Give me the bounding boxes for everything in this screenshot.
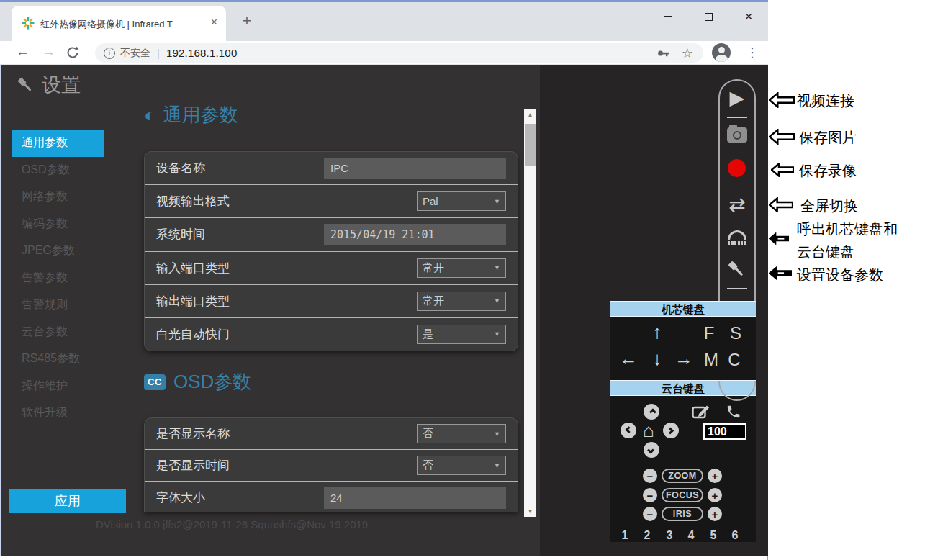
browser-profile-avatar[interactable] [712, 43, 731, 62]
annotation-fullscreen: 全屏切换 [800, 197, 858, 216]
browser-menu-icon[interactable]: ⋮ [746, 45, 759, 60]
preset-key-3[interactable]: 3 [664, 529, 675, 542]
toolbar-bottom-arc [718, 381, 756, 403]
toolbar-divider [727, 288, 747, 289]
preset-number-input[interactable] [703, 423, 746, 440]
preset-key-1[interactable]: 1 [619, 529, 631, 542]
tab-close-icon[interactable]: × [211, 16, 217, 29]
scroll-up-button[interactable]: ▲ [524, 109, 536, 120]
firmware-version-text: DVision 1.0.0 jffs2@2019-11-26 Squashfs@… [96, 518, 368, 530]
field-label: 是否显示名称 [156, 425, 230, 442]
settings-header: 设置 [16, 72, 81, 98]
play-icon[interactable]: ▶ [718, 86, 756, 109]
focus-minus-button[interactable]: − [643, 488, 657, 502]
form-row-video-format: 视频输出格式 Pal ▼ [145, 185, 518, 218]
forward-icon[interactable]: → [42, 44, 55, 60]
focus-plus-button[interactable]: + [708, 488, 722, 502]
output-port-type-select[interactable]: 常开 ▼ [417, 292, 506, 311]
scrollbar-thumb[interactable] [525, 124, 536, 166]
preset-edit-icon[interactable] [692, 403, 710, 420]
iris-minus-button[interactable]: − [643, 507, 657, 521]
arrow-left-key[interactable]: ← [618, 348, 639, 370]
url-address-bar[interactable]: i 不安全 | 192.168.1.100 ☆ [95, 43, 703, 63]
zoom-button[interactable]: ZOOM [662, 469, 703, 483]
browser-toolbar: ← → i 不安全 | 192.168.1.100 ☆ ⋮ [0, 41, 768, 65]
scroll-down-button[interactable]: ▼ [524, 506, 536, 517]
ptz-right-button[interactable] [663, 423, 679, 438]
settings-wrench-icon[interactable] [726, 259, 746, 279]
chevron-down-icon: ▼ [494, 462, 500, 469]
system-time-input[interactable] [324, 224, 506, 245]
sidebar-item-firmware[interactable]: 软件升级 [12, 399, 104, 427]
iris-plus-button[interactable]: + [708, 507, 722, 521]
sidebar-item-maintenance[interactable]: 操作维护 [12, 373, 104, 400]
arrow-right-key[interactable]: → [673, 348, 695, 370]
sidebar-item-network[interactable]: 网络参数 [12, 184, 104, 211]
password-key-icon[interactable] [656, 46, 670, 60]
security-label: 不安全 [120, 47, 150, 60]
sidebar-item-alarm-rules[interactable]: 告警规则 [12, 292, 104, 319]
annotation-arrow-left-icon [769, 232, 789, 245]
field-label: 白光自动快门 [156, 326, 230, 343]
preset-key-5[interactable]: 5 [708, 529, 719, 542]
key-f[interactable]: F [700, 323, 718, 343]
white-light-shutter-select[interactable]: 是 ▼ [417, 325, 506, 344]
key-c[interactable]: C [725, 350, 744, 370]
settings-scrollbar[interactable]: ▲ ▼ [524, 109, 536, 517]
arrow-down-key[interactable]: ↓ [646, 348, 668, 370]
chevron-down-icon: ▼ [494, 430, 500, 438]
annotation-arrow-left-icon [769, 92, 795, 108]
record-icon[interactable] [728, 159, 746, 177]
preset-key-4[interactable]: 4 [685, 529, 697, 542]
apply-button[interactable]: 应用 [9, 489, 126, 513]
back-icon[interactable]: ← [16, 44, 30, 60]
show-name-select[interactable]: 否 ▼ [417, 424, 506, 443]
new-tab-button[interactable]: + [238, 12, 256, 30]
sidebar-item-alarm-params[interactable]: 告警参数 [12, 265, 104, 292]
video-format-select[interactable]: Pal ▼ [417, 191, 506, 211]
page-info-icon[interactable]: i [104, 48, 115, 59]
chevron-down-icon: ▼ [494, 297, 500, 304]
preset-key-6[interactable]: 6 [729, 529, 741, 542]
ptz-left-button[interactable] [621, 423, 636, 438]
keyboard-panel-icon[interactable] [728, 230, 746, 245]
window-minimize-button[interactable] [658, 2, 678, 31]
key-s[interactable]: S [726, 323, 745, 343]
bookmark-star-icon[interactable]: ☆ [682, 45, 693, 61]
window-left-edge [0, 65, 1, 556]
fullscreen-swap-icon[interactable]: ⇄ [718, 193, 756, 217]
reload-icon[interactable] [66, 46, 79, 59]
key-m[interactable]: M [702, 350, 721, 370]
call-preset-icon[interactable] [726, 404, 741, 420]
zoom-plus-button[interactable]: + [708, 469, 722, 483]
ptz-home-icon[interactable]: ⌂ [643, 422, 654, 439]
sidebar-item-rs485[interactable]: RS485参数 [12, 346, 104, 373]
ptz-keyboard-body: ⌂ − ZOOM + − FOCUS + [610, 396, 756, 542]
sidebar-item-encoding[interactable]: 编码参数 [12, 211, 104, 238]
focus-button[interactable]: FOCUS [662, 488, 703, 502]
iris-button[interactable]: IRIS [662, 507, 703, 521]
ptz-up-button[interactable] [644, 404, 659, 420]
input-port-type-select[interactable]: 常开 ▼ [417, 258, 506, 278]
sidebar-item-ptz[interactable]: 云台参数 [12, 319, 104, 346]
form-row-auto-shutter: 白光自动快门 是 ▼ [145, 318, 518, 351]
sidebar-item-jpeg[interactable]: JPEG参数 [12, 238, 104, 265]
browser-tab-active[interactable]: 红外热像网络摄像机 | Infrared T × [12, 6, 226, 41]
sidebar-item-osd[interactable]: OSD参数 [12, 157, 104, 184]
ptz-down-button[interactable] [644, 442, 659, 458]
arrow-up-key[interactable]: ↑ [646, 321, 668, 343]
window-maximize-button[interactable] [698, 2, 718, 31]
zoom-minus-button[interactable]: − [643, 469, 657, 483]
show-time-select[interactable]: 否 ▼ [417, 456, 506, 475]
snapshot-camera-icon[interactable] [727, 127, 747, 143]
device-name-input[interactable] [324, 158, 506, 179]
font-size-input[interactable] [324, 487, 506, 509]
chevron-down-icon: ▼ [494, 264, 500, 271]
window-close-button[interactable]: × [739, 2, 759, 31]
annotation-arrow-left-icon [771, 163, 794, 177]
annotation-arrow-left-icon [769, 197, 793, 212]
sidebar-item-general[interactable]: 通用参数 [12, 130, 104, 157]
wrench-icon [16, 76, 35, 94]
annotation-set-params: 设置设备参数 [797, 266, 883, 285]
preset-key-2[interactable]: 2 [641, 529, 653, 542]
